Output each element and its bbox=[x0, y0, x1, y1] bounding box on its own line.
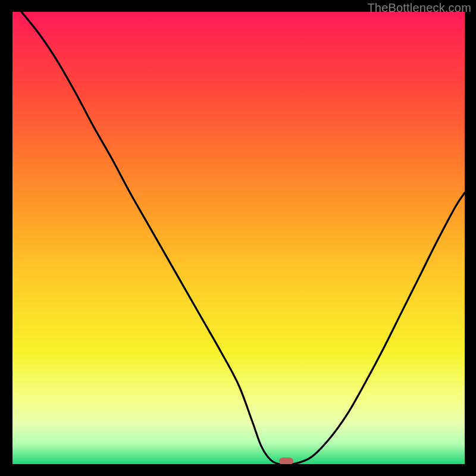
watermark-label: TheBottleneck.com bbox=[367, 1, 471, 15]
plot-area bbox=[12, 12, 465, 464]
bottleneck-curve bbox=[21, 12, 465, 464]
curve-layer bbox=[12, 12, 465, 464]
chart-canvas: TheBottleneck.com bbox=[0, 0, 476, 476]
optimum-marker bbox=[279, 458, 293, 464]
